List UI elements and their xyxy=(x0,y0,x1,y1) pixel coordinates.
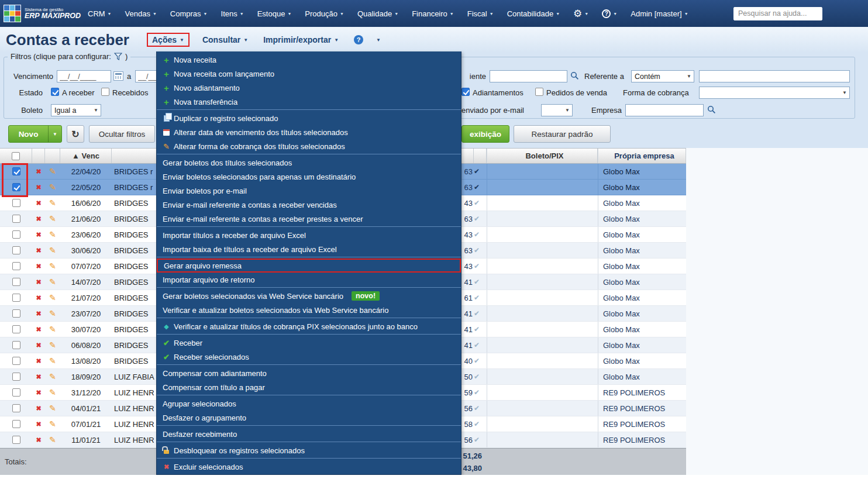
menu-item-alterar-forma-cobranca[interactable]: ✎Alterar forma de cobrança dos títulos s… xyxy=(157,139,461,153)
edit-row-icon[interactable]: ✎ xyxy=(45,246,60,255)
delete-row-icon[interactable]: ✖ xyxy=(32,436,45,444)
nav-item-vendas[interactable]: Vendas▼ xyxy=(125,9,157,18)
delete-row-icon[interactable]: ✖ xyxy=(32,184,45,191)
row-checkbox[interactable] xyxy=(12,230,20,239)
menu-item-gerar-arquivo-remessa[interactable]: Gerar arquivo remessa xyxy=(157,259,461,273)
row-checkbox[interactable] xyxy=(12,278,20,286)
menu-item-enviar-boletos-um-destinatario[interactable]: Enviar boletos selecionados para apenas … xyxy=(157,170,461,184)
row-checkbox[interactable] xyxy=(12,388,20,397)
edit-row-icon[interactable]: ✎ xyxy=(45,230,60,239)
nav-item-itens[interactable]: Itens▼ xyxy=(221,9,244,18)
nav-item-contabilidade[interactable]: Contabilidade▼ xyxy=(507,9,560,18)
row-checkbox[interactable] xyxy=(12,325,20,333)
menu-item-compensar-adiantamento[interactable]: Compensar com adiantamento xyxy=(157,366,461,380)
delete-row-icon[interactable]: ✖ xyxy=(32,278,45,286)
menu-item-alterar-data-vencimento[interactable]: Alterar data de vencimento dos títulos s… xyxy=(157,125,461,139)
nav-item-estoque[interactable]: Estoque▼ xyxy=(257,9,292,18)
menu-item-nova-receita[interactable]: +Nova receita xyxy=(157,53,461,67)
menu-item-duplicar-registro[interactable]: Duplicar o registro selecionado xyxy=(157,111,461,125)
select-all-checkbox[interactable] xyxy=(12,152,20,160)
calendar-icon[interactable] xyxy=(113,71,123,81)
cliente-input[interactable] xyxy=(490,70,567,82)
nav-item-qualidade[interactable]: Qualidade▼ xyxy=(357,9,398,18)
row-checkbox[interactable] xyxy=(12,420,20,428)
edit-row-icon[interactable]: ✎ xyxy=(45,309,60,318)
row-checkbox[interactable] xyxy=(12,404,20,412)
ocultar-filtros-button[interactable]: Ocultar filtros xyxy=(89,125,155,143)
menu-item-verificar-atualizar-boletos-webservice[interactable]: Verificar e atualizar boletos selecionad… xyxy=(157,303,461,317)
menu-item-receber-selecionados[interactable]: ✔Receber selecionados xyxy=(157,350,461,364)
menu-item-nova-receita-com-lancamento[interactable]: +Nova receita com lançamento xyxy=(157,67,461,81)
menu-item-importar-baixa-excel[interactable]: Importar baixa de títulos a receber de a… xyxy=(157,242,461,256)
vencimento-from-input[interactable] xyxy=(57,70,111,82)
menu-item-desfazer-recebimento[interactable]: Desfazer recebimento xyxy=(157,427,461,441)
referente-operator-select[interactable]: Contém▼ xyxy=(631,70,694,82)
delete-row-icon[interactable]: ✖ xyxy=(32,294,45,302)
menu-item-receber[interactable]: ✔Receber xyxy=(157,336,461,350)
row-checkbox[interactable] xyxy=(12,183,20,191)
delete-row-icon[interactable]: ✖ xyxy=(32,263,45,270)
delete-row-icon[interactable]: ✖ xyxy=(32,373,45,381)
menu-item-gerar-boletos[interactable]: Gerar boletos dos títulos selecionados xyxy=(157,156,461,170)
menu-item-email-contas-vencidas[interactable]: Enviar e-mail referente a contas a receb… xyxy=(157,198,461,212)
menu-item-email-contas-prestes-vencer[interactable]: Enviar e-mail referente a contas a receb… xyxy=(157,212,461,226)
enviado-email-select[interactable]: ▼ xyxy=(541,104,573,116)
menu-item-enviar-boletos-email[interactable]: Enviar boletos por e-mail xyxy=(157,184,461,198)
delete-row-icon[interactable]: ✖ xyxy=(32,247,45,254)
header-propria-empresa[interactable]: Própria empresa xyxy=(598,149,686,163)
menu-item-verificar-atualizar-pix[interactable]: ◆Verificar e atualizar títulos de cobran… xyxy=(157,319,461,333)
edit-row-icon[interactable]: ✎ xyxy=(45,182,60,192)
header-boleto-pix[interactable]: Boleto/PIX xyxy=(487,149,598,163)
row-checkbox[interactable] xyxy=(12,246,20,254)
edit-row-icon[interactable]: ✎ xyxy=(45,167,60,176)
novo-button[interactable]: Novo▼ xyxy=(8,125,62,143)
menu-item-compensar-titulo-pagar[interactable]: Compensar com título a pagar xyxy=(157,380,461,394)
filters-legend[interactable]: Filtros (clique para configurar: ) xyxy=(8,52,130,61)
delete-row-icon[interactable]: ✖ xyxy=(32,357,45,365)
edit-row-icon[interactable]: ✎ xyxy=(45,277,60,287)
row-checkbox[interactable] xyxy=(12,215,20,223)
row-checkbox[interactable] xyxy=(12,373,20,381)
empresa-input[interactable] xyxy=(625,104,704,116)
acoes-menu-button[interactable]: Ações▼ xyxy=(147,33,190,47)
nav-item-financeiro[interactable]: Financeiro▼ xyxy=(412,9,454,18)
adiantamentos-checkbox[interactable] xyxy=(461,88,470,96)
delete-row-icon[interactable]: ✖ xyxy=(32,326,45,333)
edit-row-icon[interactable]: ✎ xyxy=(45,419,60,429)
menu-item-agrupar-selecionados[interactable]: Agrupar selecionados xyxy=(157,397,461,411)
edit-row-icon[interactable]: ✎ xyxy=(45,388,60,397)
delete-row-icon[interactable]: ✖ xyxy=(32,199,45,207)
delete-row-icon[interactable]: ✖ xyxy=(32,405,45,412)
a-receber-checkbox[interactable] xyxy=(51,88,59,96)
delete-row-icon[interactable]: ✖ xyxy=(32,310,45,318)
delete-row-icon[interactable]: ✖ xyxy=(32,231,45,239)
menu-item-desfazer-agrupamento[interactable]: Desfazer o agrupamento xyxy=(157,411,461,425)
menu-item-novo-adiantamento[interactable]: +Novo adiantamento xyxy=(157,81,461,95)
delete-row-icon[interactable]: ✖ xyxy=(32,215,45,223)
nav-item-fiscal[interactable]: Fiscal▼ xyxy=(467,9,494,18)
nav-item-crm[interactable]: CRM▼ xyxy=(88,9,112,18)
edit-row-icon[interactable]: ✎ xyxy=(45,404,60,413)
page-help-icon[interactable]: ? xyxy=(354,35,363,44)
forma-cobranca-select[interactable]: ▼ xyxy=(699,87,850,99)
search-icon[interactable] xyxy=(707,105,716,114)
row-checkbox[interactable] xyxy=(12,199,20,207)
alterar-exibicao-button[interactable]: exibição xyxy=(461,125,509,143)
nav-item-producao[interactable]: Produção▼ xyxy=(305,9,344,18)
menu-item-desbloquear-registros[interactable]: Desbloquear os registros selecionados xyxy=(157,443,461,457)
edit-row-icon[interactable]: ✎ xyxy=(45,214,60,223)
help-search-input[interactable] xyxy=(733,7,822,20)
edit-row-icon[interactable]: ✎ xyxy=(45,372,60,381)
boleto-operator-select[interactable]: Igual a▼ xyxy=(51,104,101,116)
menu-item-excluir-selecionados[interactable]: ✖Excluir selecionados xyxy=(157,460,461,474)
edit-row-icon[interactable]: ✎ xyxy=(45,435,60,444)
delete-row-icon[interactable]: ✖ xyxy=(32,421,45,428)
edit-row-icon[interactable]: ✎ xyxy=(45,261,60,271)
consultar-menu-button[interactable]: Consultar▼ xyxy=(202,35,248,44)
row-checkbox[interactable] xyxy=(12,341,20,349)
row-checkbox[interactable] xyxy=(12,262,20,270)
nav-item-settings[interactable]: ⚙▼ xyxy=(573,9,588,19)
edit-row-icon[interactable]: ✎ xyxy=(45,198,60,208)
delete-row-icon[interactable]: ✖ xyxy=(32,389,45,397)
row-checkbox[interactable] xyxy=(12,309,20,318)
